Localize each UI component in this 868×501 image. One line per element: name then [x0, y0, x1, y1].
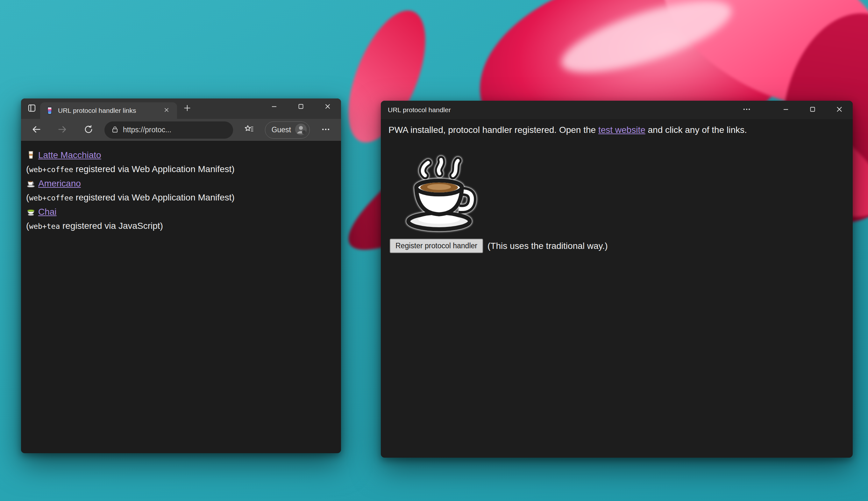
- forward-arrow-icon: [58, 125, 67, 136]
- protocol-code: web+coffee: [29, 194, 73, 202]
- register-note: (This uses the traditional way.): [487, 241, 608, 251]
- back-arrow-icon: [32, 125, 41, 136]
- address-bar[interactable]: https://protoc...: [105, 121, 233, 139]
- minimize-button[interactable]: [772, 101, 799, 119]
- ellipsis-icon: [742, 105, 751, 115]
- protocol-code: web+tea: [29, 222, 60, 231]
- minimize-button[interactable]: [261, 98, 287, 116]
- layered-drink-favicon-icon: [45, 106, 54, 115]
- browser-page-content: Latte Macchiato (web+coffee registered v…: [21, 141, 341, 453]
- browser-tab[interactable]: URL protocol handler links: [40, 102, 177, 119]
- protocol-note: (web+coffee registered via Web Applicati…: [26, 162, 336, 177]
- coffee-cup-icon: [26, 178, 36, 188]
- forward-button[interactable]: [52, 121, 73, 139]
- tab-title: URL protocol handler links: [58, 107, 157, 115]
- pwa-titlebar[interactable]: URL protocol handler: [381, 101, 853, 119]
- link-label: Latte Macchiato: [38, 150, 101, 160]
- pwa-menu-button[interactable]: [736, 101, 758, 119]
- new-tab-button[interactable]: [179, 101, 195, 116]
- guest-avatar-icon: [295, 123, 307, 137]
- teacup-icon: [26, 206, 36, 216]
- close-button[interactable]: [826, 101, 853, 119]
- pwa-window-title: URL protocol handler: [388, 106, 736, 114]
- register-row: Register protocol handler (This uses the…: [390, 239, 845, 253]
- register-protocol-handler-button[interactable]: Register protocol handler: [390, 239, 483, 253]
- browser-window-controls: [261, 98, 341, 116]
- pwa-intro-text: PWA installed, protocol handler register…: [388, 125, 845, 135]
- lock-icon: [111, 125, 119, 135]
- profile-label: Guest: [272, 126, 291, 134]
- refresh-icon: [84, 125, 93, 136]
- tab-actions-menu-icon: [27, 103, 37, 114]
- test-website-link[interactable]: test website: [598, 125, 646, 135]
- browser-window: URL protocol handler links: [21, 98, 341, 453]
- americano-link[interactable]: Americano: [26, 179, 81, 188]
- refresh-button[interactable]: [78, 121, 99, 139]
- favorites-star-icon: [244, 125, 254, 136]
- profile-button[interactable]: Guest: [265, 121, 310, 139]
- latte-macchiato-link[interactable]: Latte Macchiato: [26, 150, 101, 160]
- pwa-content: PWA installed, protocol handler register…: [381, 119, 853, 259]
- desktop: URL protocol handler links: [0, 0, 868, 501]
- tab-actions-menu-button[interactable]: [24, 100, 40, 117]
- maximize-icon: [297, 103, 305, 111]
- maximize-icon: [809, 106, 816, 115]
- address-bar-url: https://protoc...: [123, 126, 171, 134]
- chai-link[interactable]: Chai: [26, 207, 57, 217]
- browser-tabstrip[interactable]: URL protocol handler links: [21, 98, 341, 119]
- plus-icon: [183, 104, 192, 114]
- maximize-button[interactable]: [287, 98, 314, 116]
- protocol-note: (web+coffee registered via Web Applicati…: [26, 191, 336, 205]
- minimize-icon: [270, 103, 278, 111]
- latte-glass-icon: [26, 150, 36, 159]
- link-label: Americano: [38, 179, 81, 188]
- close-icon: [835, 105, 844, 115]
- browser-menu-button[interactable]: [316, 121, 336, 139]
- tab-close-button[interactable]: [161, 105, 172, 116]
- close-button[interactable]: [314, 98, 341, 116]
- favorites-button[interactable]: [239, 121, 259, 139]
- close-icon: [163, 106, 170, 115]
- protocol-code: web+coffee: [29, 166, 73, 174]
- minimize-icon: [782, 106, 790, 115]
- pwa-window-controls: [736, 101, 853, 119]
- back-button[interactable]: [26, 121, 46, 139]
- browser-toolbar: https://protoc... Guest: [21, 119, 341, 141]
- ellipsis-icon: [321, 125, 330, 136]
- protocol-note: (web+tea registered via JavaScript): [26, 219, 336, 233]
- pwa-window: URL protocol handler: [381, 101, 853, 458]
- link-label: Chai: [38, 207, 57, 217]
- close-icon: [324, 103, 331, 111]
- maximize-button[interactable]: [799, 101, 826, 119]
- hot-beverage-emoji: [397, 152, 482, 236]
